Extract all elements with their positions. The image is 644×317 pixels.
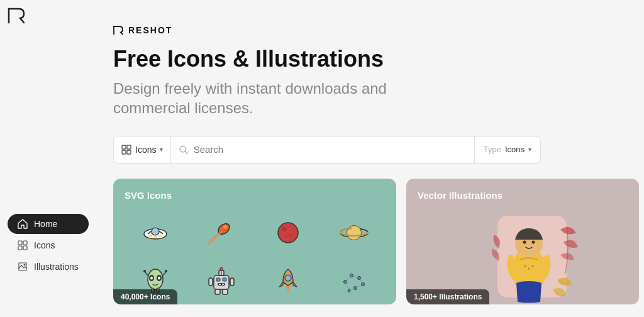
svg-point-73 [24, 264, 26, 266]
svg-line-56 [355, 284, 363, 288]
svg-icons-badge: 40,000+ Icons [113, 289, 177, 304]
svg-point-65 [532, 240, 535, 243]
search-icon [179, 145, 188, 155]
svg-point-29 [143, 270, 146, 272]
svg-rect-2 [122, 150, 126, 154]
svg-rect-1 [127, 145, 131, 149]
ufo-icon-cell [125, 211, 186, 255]
svg-rect-43 [230, 278, 234, 286]
svg-point-26 [158, 276, 160, 279]
svg-rect-71 [18, 246, 22, 250]
svg-rect-37 [219, 284, 221, 285]
svg-rect-0 [122, 145, 126, 149]
svg-rect-72 [23, 246, 27, 250]
search-input[interactable] [194, 144, 467, 155]
svg-point-46 [285, 275, 291, 281]
svg-point-30 [165, 270, 167, 272]
svg-point-13 [278, 223, 298, 243]
svg-point-9 [158, 235, 162, 237]
corner-logo[interactable] [6, 6, 26, 26]
chevron-down-icon: ▾ [160, 146, 163, 153]
svg-rect-45 [223, 289, 228, 294]
search-input-wrapper [171, 144, 474, 155]
svg-point-64 [523, 240, 526, 243]
sidebar-item-icons[interactable]: Icons [8, 235, 89, 255]
search-right-type[interactable]: Type Icons ▾ [474, 136, 540, 163]
svg-point-68 [532, 265, 534, 267]
sidebar-item-home[interactable]: Home [8, 214, 89, 234]
sidebar: Home Icons Illustrations [8, 214, 89, 277]
svg-point-12 [223, 225, 227, 229]
svg-rect-35 [223, 278, 226, 281]
hero-title: Free Icons & Illustrations [113, 45, 644, 72]
saturn-icon-cell [324, 211, 386, 255]
svg-point-66 [525, 265, 526, 267]
svg-point-14 [282, 226, 287, 231]
cards-section: SVG Icons [0, 179, 644, 304]
svg-line-53 [345, 275, 352, 282]
svg-line-55 [359, 278, 363, 284]
constellation-icon-cell [324, 260, 386, 304]
brand-name: RESHOT [113, 25, 644, 35]
svg-point-67 [528, 267, 530, 269]
icons-icon [18, 240, 28, 250]
svg-rect-3 [127, 150, 131, 154]
svg-point-25 [150, 276, 153, 279]
chevron-down-icon: ▾ [528, 146, 531, 153]
vector-illustrations-badge: 1,500+ Illustrations [406, 289, 489, 304]
sidebar-item-illustrations[interactable]: Illustrations [8, 257, 89, 277]
svg-rect-44 [215, 289, 220, 294]
comet-icon-cell [191, 211, 253, 255]
svg-line-28 [163, 272, 166, 275]
svg-line-27 [145, 272, 148, 275]
planet-icon-cell [257, 211, 319, 255]
svg-point-41 [220, 267, 223, 270]
svg-rect-70 [23, 241, 27, 245]
svg-line-58 [345, 282, 349, 291]
svg-rect-38 [222, 284, 224, 285]
search-type-dropdown[interactable]: Icons ▾ [114, 136, 171, 163]
svg-rect-33 [214, 275, 229, 289]
svg-point-16 [286, 235, 288, 238]
search-bar: Icons ▾ Type Icons ▾ [113, 136, 541, 164]
home-icon [18, 219, 28, 229]
svg-rect-42 [209, 278, 213, 286]
illustrations-icon [18, 262, 28, 272]
main-content: RESHOT Free Icons & Illustrations Design… [0, 0, 644, 164]
svg-point-8 [148, 235, 152, 237]
rocket-icon-cell [257, 260, 319, 304]
svg-line-5 [186, 151, 188, 153]
robot-icon-cell [191, 260, 253, 304]
svg-point-15 [289, 233, 292, 237]
svg-rect-69 [18, 241, 22, 245]
vector-illustrations-card[interactable]: Vector Illustrations [406, 179, 639, 304]
svg-point-7 [152, 228, 159, 235]
svg-rect-34 [216, 278, 220, 281]
svg-rect-36 [218, 283, 225, 286]
svg-icons-card-title: SVG Icons [125, 190, 385, 201]
svg-icons-card[interactable]: SVG Icons [113, 179, 396, 304]
vector-illustrations-card-title: Vector Illustrations [418, 190, 628, 201]
hero-subtitle: Design freely with instant downloads and… [113, 79, 644, 118]
svg-point-10 [153, 236, 157, 238]
